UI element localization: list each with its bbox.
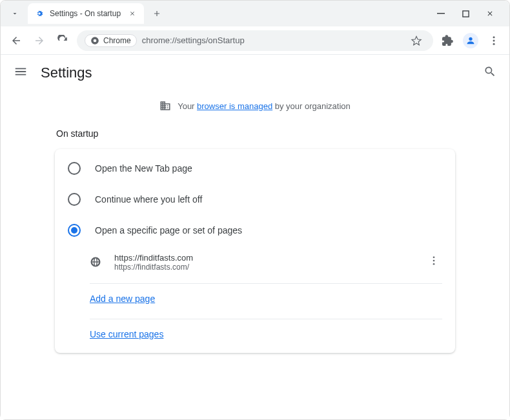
radio-label: Open the New Tab page — [95, 163, 192, 174]
toolbar: Chrome chrome://settings/onStartup — [1, 26, 509, 55]
forward-button[interactable] — [30, 32, 48, 50]
radio-icon — [68, 224, 81, 237]
close-icon — [486, 10, 494, 17]
search-settings-button[interactable] — [484, 65, 496, 81]
settings-gear-icon — [34, 8, 45, 19]
close-window-button[interactable] — [484, 7, 496, 20]
omnibox-url: chrome://settings/onStartup — [142, 35, 245, 45]
titlebar: Settings - On startup — [1, 1, 509, 26]
puzzle-icon — [442, 35, 453, 46]
hamburger-icon — [14, 65, 28, 79]
radio-label: Open a specific page or set of pages — [95, 225, 242, 235]
radio-open-new-tab[interactable]: Open the New Tab page — [55, 153, 455, 184]
search-icon — [484, 65, 496, 78]
radio-icon — [68, 193, 81, 206]
extensions-button[interactable] — [438, 32, 456, 50]
tab-search-button[interactable] — [6, 5, 24, 23]
radio-specific-pages[interactable]: Open a specific page or set of pages — [55, 215, 455, 246]
svg-point-3 — [94, 39, 97, 42]
radio-icon — [68, 162, 81, 175]
svg-point-6 — [493, 43, 495, 45]
banner-text: Your browser is managed by your organiza… — [178, 101, 351, 111]
page-url-full: https://finditfasts.com/ — [114, 263, 413, 272]
svg-point-4 — [493, 36, 495, 38]
star-icon — [411, 35, 422, 46]
svg-rect-1 — [462, 10, 468, 16]
new-tab-button[interactable] — [148, 5, 166, 23]
more-vert-icon — [488, 35, 500, 46]
startup-page-entry: https://finditfasts.com https://finditfa… — [55, 246, 455, 278]
svg-point-8 — [433, 260, 435, 262]
close-icon — [129, 10, 136, 17]
site-chip[interactable]: Chrome — [85, 34, 137, 47]
add-new-page-link[interactable]: Add a new page — [90, 294, 155, 304]
tab-title: Settings - On startup — [50, 9, 122, 18]
reload-icon — [57, 35, 68, 46]
svg-point-5 — [493, 39, 495, 41]
site-chip-label: Chrome — [103, 36, 131, 45]
avatar-icon — [463, 33, 478, 48]
browser-tab[interactable]: Settings - On startup — [28, 3, 144, 24]
svg-rect-0 — [437, 13, 445, 14]
maximize-icon — [462, 10, 469, 17]
page-entry-more-button[interactable] — [425, 252, 442, 272]
radio-label: Continue where you left off — [95, 194, 202, 205]
arrow-right-icon — [34, 35, 45, 46]
radio-continue[interactable]: Continue where you left off — [55, 184, 455, 215]
chevron-down-icon — [11, 10, 19, 17]
building-icon — [159, 100, 171, 112]
managed-banner: Your browser is managed by your organiza… — [1, 91, 509, 121]
minimize-icon — [437, 10, 445, 17]
chrome-logo-icon — [90, 36, 99, 45]
back-button[interactable] — [7, 32, 25, 50]
settings-header: Settings — [1, 55, 509, 91]
section-title: On startup — [55, 121, 455, 149]
maximize-button[interactable] — [459, 7, 472, 20]
startup-card: Open the New Tab page Continue where you… — [55, 149, 455, 353]
main-menu-button[interactable] — [14, 65, 28, 81]
omnibox[interactable]: Chrome chrome://settings/onStartup — [77, 30, 433, 51]
more-vert-icon — [428, 255, 440, 266]
globe-icon — [90, 256, 101, 268]
page-url-title: https://finditfasts.com — [114, 253, 413, 263]
minimize-button[interactable] — [434, 7, 447, 20]
svg-point-9 — [433, 263, 435, 265]
menu-button[interactable] — [485, 32, 503, 50]
browser-managed-link[interactable]: browser is managed — [197, 101, 272, 111]
profile-button[interactable] — [462, 32, 480, 50]
page-title: Settings — [41, 65, 92, 81]
plus-icon — [152, 9, 161, 18]
tab-close-button[interactable] — [127, 8, 138, 19]
svg-point-7 — [433, 256, 435, 258]
reload-button[interactable] — [54, 32, 72, 50]
bookmark-button[interactable] — [407, 32, 425, 50]
use-current-pages-link[interactable]: Use current pages — [90, 329, 163, 339]
arrow-left-icon — [10, 35, 22, 46]
